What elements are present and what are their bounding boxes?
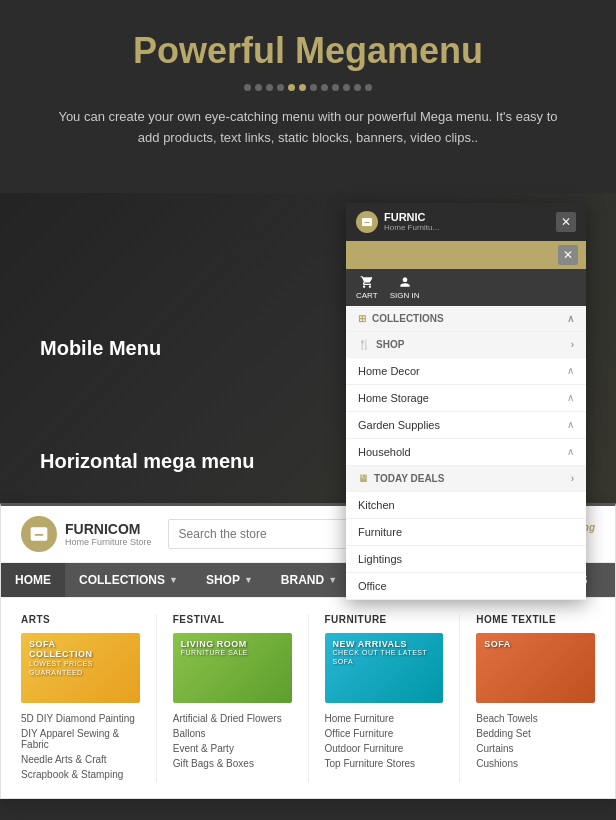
nav-item-brand[interactable]: BRAND ▼ (267, 563, 351, 597)
link-event[interactable]: Event & Party (173, 741, 292, 756)
mobile-nav-cart[interactable]: CART (356, 275, 378, 300)
mobile-menu-panel: FURNIC Home Furnitu... ✕ ✕ CART SIGN IN (346, 203, 586, 600)
store-logo-sub: Home Furniture Store (65, 537, 152, 547)
mega-column-textile: HOME TEXTILE SOFA Beach Towels Bedding S… (460, 614, 595, 782)
panel-logo: FURNIC Home Furnitu... (356, 211, 548, 233)
mega-columns: ARTS SOFA COLLECTION LOWEST PRICES GUARA… (21, 614, 595, 782)
menu-item-office[interactable]: Office (346, 573, 586, 600)
menu-item-garden[interactable]: Garden Supplies ∧ (346, 412, 586, 439)
deals-icon: 🖥 (358, 473, 368, 484)
dot-6[interactable] (299, 84, 306, 91)
dot-9[interactable] (332, 84, 339, 91)
horizontal-mega-label: Horizontal mega menu (40, 450, 254, 473)
banner-furniture-label: NEW ARRIVALS Check out the latest sofa (333, 639, 444, 667)
col-header-furniture: FURNITURE (325, 614, 444, 625)
link-towels[interactable]: Beach Towels (476, 711, 595, 726)
link-outdoor[interactable]: Outdoor Furniture (325, 741, 444, 756)
mobile-menu-label: Mobile Menu (40, 336, 161, 359)
link-gift[interactable]: Gift Bags & Boxes (173, 756, 292, 771)
menu-item-household[interactable]: Household ∧ (346, 439, 586, 466)
store-logo: FURNICOM Home Furniture Store (21, 516, 152, 552)
dots-row (40, 84, 576, 91)
link-curtains[interactable]: Curtains (476, 741, 595, 756)
panel-logo-name: FURNIC (384, 211, 439, 223)
link-cushions[interactable]: Cushions (476, 756, 595, 771)
nav-item-home[interactable]: HOME (1, 563, 65, 597)
home-storage-chevron: ∧ (567, 392, 574, 403)
shop-arrow: ▼ (244, 575, 253, 585)
link-top-stores[interactable]: Top Furniture Stores (325, 756, 444, 771)
banner-textile-label: SOFA (484, 639, 511, 650)
search-input[interactable] (169, 520, 358, 548)
link-office-furniture[interactable]: Office Furniture (325, 726, 444, 741)
menu-item-home-storage[interactable]: Home Storage ∧ (346, 385, 586, 412)
menu-item-furniture[interactable]: Furniture (346, 519, 586, 546)
panel-close-button[interactable]: ✕ (556, 212, 576, 232)
collections-icon: ⊞ (358, 313, 366, 324)
hero-description: You can create your own eye-catching men… (58, 107, 558, 149)
link-flowers[interactable]: Artificial & Dried Flowers (173, 711, 292, 726)
mobile-nav-bar: CART SIGN IN (346, 269, 586, 306)
panel-overlay-bar: ✕ (346, 241, 586, 269)
hero-section: Powerful Megamenu You can create your ow… (0, 0, 616, 193)
home-decor-chevron: ∧ (567, 365, 574, 376)
menu-item-today-deals[interactable]: 🖥 TODAY DEALS › (346, 466, 586, 492)
household-chevron: ∧ (567, 446, 574, 457)
col-header-festival: FESTIVAL (173, 614, 292, 625)
mega-column-furniture: FURNITURE NEW ARRIVALS Check out the lat… (309, 614, 461, 782)
link-ballons[interactable]: Ballons (173, 726, 292, 741)
overlay-close-button[interactable]: ✕ (558, 245, 578, 265)
banner-festival[interactable]: LIVING ROOM FURNITURE SALE (173, 633, 292, 703)
deals-chevron: › (571, 473, 574, 484)
dot-1[interactable] (244, 84, 251, 91)
mobile-menu-list: ⊞ COLLECTIONS ∧ 🍴 SHOP › Home Decor ∧ Ho… (346, 306, 586, 600)
banner-furniture[interactable]: NEW ARRIVALS Check out the latest sofa (325, 633, 444, 703)
dot-7[interactable] (310, 84, 317, 91)
hero-title-highlight: Megamenu (295, 30, 483, 71)
mega-column-festival: FESTIVAL LIVING ROOM FURNITURE SALE Arti… (157, 614, 309, 782)
banner-textile[interactable]: SOFA (476, 633, 595, 703)
menu-item-shop[interactable]: 🍴 SHOP › (346, 332, 586, 358)
dot-2[interactable] (255, 84, 262, 91)
nav-item-shop[interactable]: SHOP ▼ (192, 563, 267, 597)
dot-10[interactable] (343, 84, 350, 91)
mega-column-arts: ARTS SOFA COLLECTION LOWEST PRICES GUARA… (21, 614, 157, 782)
nav-item-hot-deals[interactable]: HOT DEALS (602, 563, 616, 597)
dot-3[interactable] (266, 84, 273, 91)
panel-logo-icon (356, 211, 378, 233)
shop-chevron: › (571, 339, 574, 350)
menu-item-home-decor[interactable]: Home Decor ∧ (346, 358, 586, 385)
mobile-panel-header: FURNIC Home Furnitu... ✕ (346, 203, 586, 241)
nav-item-collections[interactable]: COLLECTIONS ▼ (65, 563, 192, 597)
banner-arts[interactable]: SOFA COLLECTION LOWEST PRICES GUARANTEED (21, 633, 140, 703)
panel-logo-sub: Home Furnitu... (384, 223, 439, 232)
col-header-arts: ARTS (21, 614, 140, 625)
link-bedding[interactable]: Bedding Set (476, 726, 595, 741)
cart-label: CART (356, 291, 378, 300)
signin-label: SIGN IN (390, 291, 420, 300)
dot-5[interactable] (288, 84, 295, 91)
menu-item-lightings[interactable]: Lightings (346, 546, 586, 573)
dot-11[interactable] (354, 84, 361, 91)
collections-arrow: ▼ (169, 575, 178, 585)
link-diamond[interactable]: 5D DIY Diamond Painting (21, 711, 140, 726)
link-scrapbook[interactable]: Scrapbook & Stamping (21, 767, 140, 782)
mobile-nav-signin[interactable]: SIGN IN (390, 275, 420, 300)
garden-chevron: ∧ (567, 419, 574, 430)
mega-dropdown: ARTS SOFA COLLECTION LOWEST PRICES GUARA… (1, 597, 615, 798)
hero-title-plain: Powerful (133, 30, 295, 71)
collections-chevron: ∧ (567, 313, 574, 324)
middle-section: Mobile Menu Horizontal mega menu FURNIC … (0, 193, 616, 503)
brand-arrow: ▼ (328, 575, 337, 585)
menu-item-kitchen[interactable]: Kitchen (346, 492, 586, 519)
dot-12[interactable] (365, 84, 372, 91)
link-home-furniture[interactable]: Home Furniture (325, 711, 444, 726)
store-logo-icon (21, 516, 57, 552)
menu-item-collections[interactable]: ⊞ COLLECTIONS ∧ (346, 306, 586, 332)
dot-8[interactable] (321, 84, 328, 91)
col-header-textile: HOME TEXTILE (476, 614, 595, 625)
link-needle[interactable]: Needle Arts & Craft (21, 752, 140, 767)
shop-icon: 🍴 (358, 339, 370, 350)
dot-4[interactable] (277, 84, 284, 91)
link-sewing[interactable]: DIY Apparel Sewing & Fabric (21, 726, 140, 752)
